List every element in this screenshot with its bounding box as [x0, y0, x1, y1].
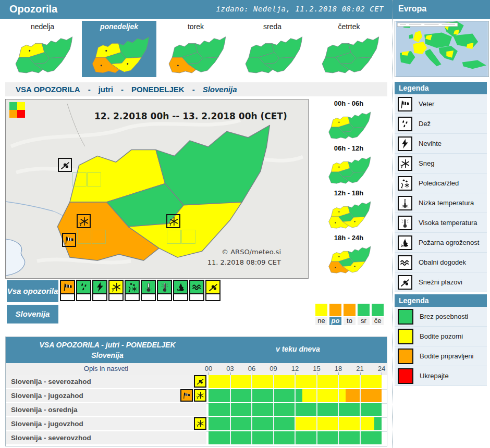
- tab-torek[interactable]: torek: [158, 21, 233, 77]
- slovenia-mini-map[interactable]: [10, 32, 76, 77]
- legend-label: Ukrepajte: [420, 372, 449, 380]
- legend-label: Snežni plazovi: [419, 278, 462, 286]
- table-row-4: Slovenija - jugovzhod: [6, 417, 387, 430]
- timeline-gridline: [273, 403, 274, 416]
- lowtemp-icon: [143, 282, 154, 292]
- day-label[interactable]: po: [329, 317, 341, 325]
- row-label-cell: Slovenija - jugovzhod: [6, 417, 206, 430]
- warning-cell-hightemp[interactable]: [157, 280, 172, 301]
- day-color-square: [329, 304, 341, 316]
- day-label[interactable]: to: [344, 317, 356, 325]
- warning-cell-lowtemp[interactable]: [141, 280, 156, 301]
- rain-icon: [400, 119, 410, 129]
- tab-label[interactable]: ponedeljek: [82, 21, 156, 32]
- legend-icons-list: Veter Dež Nevihte Sneg Poledica/žled Niz…: [395, 94, 487, 292]
- timeline-gridline: [230, 375, 231, 388]
- slovenia-mini-map[interactable]: [318, 108, 379, 142]
- slovenia-mini-map[interactable]: [163, 32, 229, 77]
- main-warning-map[interactable]: 12. 2.2018 00h -- 13. 2.2018 00h (CET) ©…: [5, 99, 309, 279]
- day-po[interactable]: po: [329, 304, 341, 325]
- day-to[interactable]: to: [344, 304, 356, 325]
- tab-label[interactable]: četrtek: [312, 21, 386, 32]
- warning-cell-storm[interactable]: [92, 280, 107, 301]
- legend-item-fire: Požarna ogroženost: [395, 233, 487, 253]
- warning-cell-fire[interactable]: [173, 280, 188, 301]
- map-empty-cell: [87, 172, 101, 186]
- tab-label[interactable]: torek: [158, 21, 233, 32]
- ice-icon: [400, 178, 410, 189]
- table-row-3: Slovenija - osrednja: [6, 403, 387, 416]
- avalanche-icon: [208, 282, 218, 292]
- storm-icon: [400, 139, 410, 149]
- tab-label[interactable]: nedelja: [5, 21, 80, 32]
- timeline-gridline: [273, 375, 274, 388]
- time-map-00h-06h[interactable]: 00h - 06h: [309, 99, 388, 143]
- hightemp-icon: [160, 282, 170, 292]
- warning-cell-sub: [158, 294, 171, 300]
- day-label[interactable]: ne: [315, 317, 327, 325]
- timeline-gridline: [295, 417, 296, 430]
- timeline-gridline: [251, 375, 252, 388]
- day-label[interactable]: če: [372, 317, 384, 325]
- warning-cell-coastal[interactable]: [189, 280, 204, 301]
- time-map-18h-24h[interactable]: 18h - 24h: [309, 233, 388, 277]
- storm-icon: [95, 282, 105, 292]
- map-wind-marker: [62, 233, 76, 247]
- warning-cell-avalanche[interactable]: [205, 280, 220, 301]
- timeline-gridline: [251, 403, 252, 416]
- timeline-gridline: [316, 431, 317, 444]
- top-bar: Opozorila izdano: Nedelja, 11.2.2018 08:…: [0, 0, 490, 19]
- map-credit: © ARSO/meteo.si: [222, 248, 281, 256]
- europe-map[interactable]: [395, 21, 489, 77]
- day-ne[interactable]: ne: [315, 304, 327, 325]
- snow-icon: [196, 419, 204, 428]
- warning-cell-snow[interactable]: [108, 280, 124, 301]
- day-če[interactable]: če: [372, 304, 384, 325]
- issued-timestamp: izdano: Nedelja, 11.2.2018 08:02 CET: [216, 5, 384, 13]
- slovenia-mini-map[interactable]: [316, 32, 382, 77]
- tab-ponedeljek[interactable]: ponedeljek: [82, 21, 156, 77]
- day-label[interactable]: sr: [358, 317, 370, 325]
- tab-nedelja[interactable]: nedelja: [5, 21, 80, 77]
- warning-cell-rain[interactable]: [76, 280, 91, 301]
- timeline-gridline: [338, 375, 339, 388]
- legend-color-box: [398, 368, 413, 384]
- legend-item-avalanche: Snežni plazovi: [395, 272, 487, 292]
- tab-label[interactable]: sreda: [235, 21, 310, 32]
- warning-cell-ice[interactable]: [125, 280, 140, 301]
- warning-cell-wind[interactable]: [60, 280, 75, 301]
- timeline-gridline: [338, 417, 339, 430]
- slovenia-mini-map[interactable]: [318, 153, 379, 186]
- day-sr[interactable]: sr: [358, 304, 370, 325]
- slovenia-mini-map[interactable]: [318, 198, 379, 231]
- wind-icon: [63, 282, 73, 292]
- legend-item-ice: Poledica/žled: [395, 173, 487, 193]
- slovenia-mini-map[interactable]: [87, 32, 152, 77]
- vertical-divider: [392, 0, 393, 448]
- hour-label: 18: [335, 365, 342, 372]
- row-timeline: [209, 389, 382, 402]
- time-map-label: 18h - 24h: [309, 233, 388, 243]
- opozorila-page: Opozorila izdano: Nedelja, 11.2.2018 08:…: [0, 0, 490, 448]
- slovenia-map[interactable]: 12. 2.2018 00h -- 13. 2.2018 00h (CET) ©…: [6, 99, 308, 278]
- time-map-06h-12h[interactable]: 06h - 12h: [309, 144, 388, 188]
- legend-color-box: [398, 309, 413, 325]
- map-empty-cell: [167, 230, 181, 244]
- tab-sreda[interactable]: sreda: [235, 21, 310, 77]
- legend-color-green: Brez posebnosti: [395, 307, 487, 327]
- hour-label: 15: [313, 365, 320, 372]
- warning-cell-sub: [190, 294, 203, 300]
- slovenia-mini-map[interactable]: [240, 32, 305, 77]
- timeline-segment: [302, 389, 346, 402]
- snow-icon: [196, 391, 204, 400]
- time-map-12h-18h[interactable]: 12h - 18h: [309, 189, 388, 232]
- row-icons: [180, 389, 206, 402]
- warning-cell-sub: [126, 294, 139, 300]
- slovenia-mini-map[interactable]: [318, 243, 379, 276]
- timeline-gridline: [316, 403, 317, 416]
- legend-colors-list: Brez posebnosti Bodite pozorni Bodite pr…: [395, 307, 487, 386]
- map-empty-cell: [92, 230, 106, 244]
- tab-četrtek[interactable]: četrtek: [312, 21, 386, 77]
- europe-map-image[interactable]: [395, 21, 488, 77]
- header-part: jutri: [99, 85, 113, 94]
